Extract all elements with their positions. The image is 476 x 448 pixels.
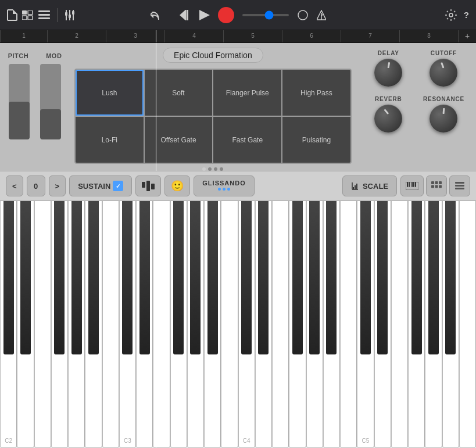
svg-marker-13: [180, 10, 185, 20]
page-dot-1[interactable]: [202, 167, 206, 171]
keyboard-area: C2C3C4C5: [0, 201, 476, 448]
pad-pulsating[interactable]: Pulsating: [282, 117, 350, 163]
reverb-knob[interactable]: [374, 105, 402, 132]
mixer-icon[interactable]: [65, 10, 75, 20]
resonance-knob[interactable]: [430, 105, 457, 132]
keyboard-view-button[interactable]: [400, 175, 424, 196]
glissando-dot-3: [227, 188, 230, 191]
black-key[interactable]: [122, 201, 133, 354]
black-key[interactable]: [428, 201, 439, 354]
toolbar-left: [7, 8, 75, 22]
svg-rect-37: [431, 185, 434, 188]
pad-lo-fi[interactable]: Lo-Fi: [76, 117, 144, 163]
black-key[interactable]: [88, 201, 99, 354]
knobs-section: DELAY CUTOFF REVERB RESONANCE: [356, 43, 476, 171]
pad-offset-gate[interactable]: Offset Gate: [145, 117, 213, 163]
svg-rect-1: [28, 10, 33, 15]
delay-knob[interactable]: [374, 59, 402, 87]
pad-flanger-pulse[interactable]: Flanger Pulse: [213, 70, 281, 116]
page-dot-4[interactable]: [220, 167, 223, 171]
white-key[interactable]: [221, 201, 238, 448]
scenes-icon[interactable]: [22, 10, 34, 20]
glissando-dot-2: [223, 188, 226, 191]
sustain-toggle[interactable]: ✓: [113, 181, 123, 191]
black-key[interactable]: [411, 201, 422, 354]
octave-up-button[interactable]: >: [49, 175, 66, 196]
emoji-button[interactable]: 🙂: [164, 175, 190, 196]
black-key[interactable]: [71, 201, 82, 354]
svg-rect-38: [435, 185, 438, 188]
svg-rect-2: [22, 16, 27, 20]
white-key[interactable]: [340, 201, 357, 448]
page-dot-3[interactable]: [214, 167, 217, 171]
white-key[interactable]: [102, 201, 119, 448]
black-key[interactable]: [309, 201, 320, 354]
black-key[interactable]: [173, 201, 184, 354]
white-key[interactable]: [459, 201, 476, 448]
file-icon[interactable]: [7, 9, 17, 21]
svg-rect-3: [28, 16, 33, 20]
black-key[interactable]: [326, 201, 337, 354]
black-key[interactable]: [139, 201, 150, 354]
toolbar: ?: [0, 0, 476, 30]
white-key[interactable]: [34, 201, 51, 448]
black-key[interactable]: [3, 201, 14, 354]
black-key[interactable]: [54, 201, 65, 354]
record-button[interactable]: [218, 7, 234, 23]
ruler-mark-5: 5: [223, 30, 282, 42]
svg-rect-5: [38, 14, 50, 16]
mod-slider[interactable]: [40, 64, 61, 139]
svg-rect-22: [142, 182, 145, 188]
arp-button[interactable]: [135, 175, 161, 196]
metronome-icon[interactable]: [317, 10, 326, 20]
pitch-mod-labels: PITCH MOD: [8, 52, 62, 59]
resonance-label: RESONANCE: [423, 96, 464, 102]
pad-soft[interactable]: Soft: [145, 70, 213, 116]
help-icon[interactable]: ?: [464, 10, 469, 20]
sustain-button[interactable]: SUSTAIN ✓: [69, 175, 132, 196]
black-key[interactable]: [360, 201, 371, 354]
pads-grid: Lush Soft Flanger Pulse High Pass Lo-Fi …: [74, 69, 352, 164]
play-button[interactable]: [199, 10, 210, 20]
pad-fast-gate[interactable]: Fast Gate: [213, 117, 281, 163]
delay-label: DELAY: [378, 50, 399, 56]
glissando-button[interactable]: GLISSANDO: [194, 175, 254, 196]
rewind-button[interactable]: [180, 10, 191, 20]
page-dot-2[interactable]: [208, 167, 212, 171]
chord-view-button[interactable]: [426, 175, 447, 196]
ruler-mark-plus[interactable]: +: [458, 30, 476, 42]
main-area: PITCH MOD Epic Cloud Formation Lush Soft…: [0, 43, 476, 171]
pad-high-pass[interactable]: High Pass: [282, 70, 350, 116]
svg-rect-11: [69, 15, 71, 18]
toolbar-right: ?: [445, 9, 469, 21]
ruler-mark-2: 2: [47, 30, 106, 42]
pad-lush[interactable]: Lush: [76, 70, 144, 116]
cutoff-knob[interactable]: [430, 59, 457, 87]
preset-name[interactable]: Epic Cloud Formation: [163, 48, 263, 63]
note-label: C4: [243, 438, 250, 444]
svg-rect-12: [72, 11, 74, 15]
black-key[interactable]: [258, 201, 269, 354]
svg-rect-34: [431, 181, 434, 184]
white-key[interactable]: [272, 201, 289, 448]
settings-icon[interactable]: [445, 9, 457, 21]
undo-icon[interactable]: [151, 10, 162, 20]
black-key[interactable]: [207, 201, 218, 354]
master-volume-icon: [297, 10, 309, 20]
black-key[interactable]: [292, 201, 303, 354]
pitch-slider[interactable]: [9, 64, 30, 139]
white-key[interactable]: [153, 201, 170, 448]
black-key[interactable]: [445, 201, 456, 354]
black-key[interactable]: [377, 201, 388, 354]
octave-down-button[interactable]: <: [6, 175, 23, 196]
list-view-button[interactable]: [449, 175, 470, 196]
white-key[interactable]: [391, 201, 408, 448]
svg-rect-41: [455, 185, 464, 187]
black-key[interactable]: [241, 201, 252, 354]
volume-slider[interactable]: [242, 14, 289, 16]
black-key[interactable]: [20, 201, 31, 354]
tracks-icon[interactable]: [38, 10, 50, 20]
ruler-mark-7: 7: [341, 30, 399, 42]
scale-button[interactable]: SCALE: [342, 175, 397, 196]
black-key[interactable]: [190, 201, 201, 354]
